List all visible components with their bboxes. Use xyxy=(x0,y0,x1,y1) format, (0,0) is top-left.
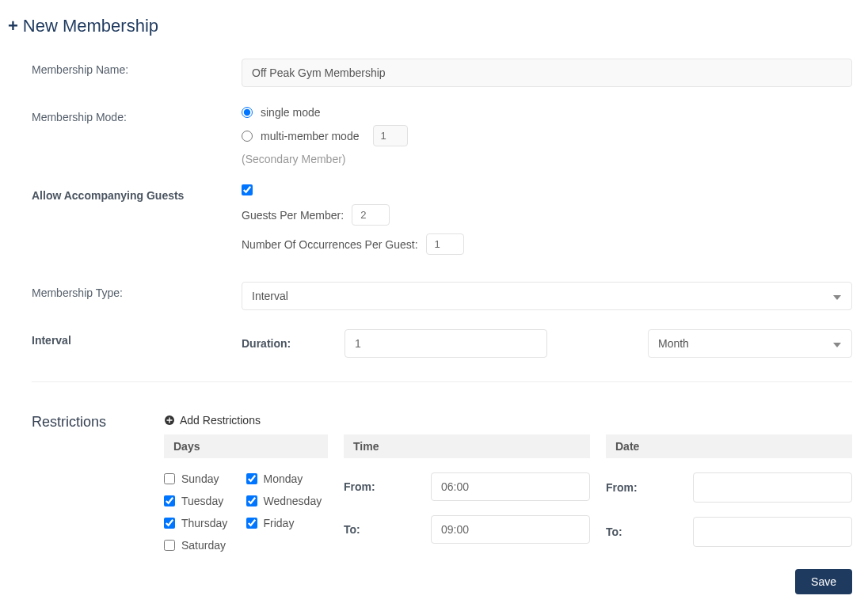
row-allow-guests: Allow Accompanying Guests Guests Per Mem… xyxy=(32,184,852,263)
day-thursday-checkbox[interactable] xyxy=(164,518,175,529)
day-saturday[interactable]: Saturday xyxy=(164,539,246,552)
label-duration: Duration: xyxy=(242,337,345,350)
time-column: Time From: To: xyxy=(344,434,590,561)
radio-multi-mode-label: multi-member mode xyxy=(261,130,359,142)
day-friday[interactable]: Friday xyxy=(246,517,329,529)
occurrences-per-guest-input[interactable] xyxy=(426,233,464,255)
days-column: Days Sunday Monday Tuesday xyxy=(164,434,328,561)
radio-single-mode[interactable] xyxy=(242,107,253,118)
radio-multi-mode[interactable] xyxy=(242,131,253,142)
day-saturday-label: Saturday xyxy=(181,539,226,552)
guests-per-member-input[interactable] xyxy=(352,204,390,226)
day-thursday-label: Thursday xyxy=(181,517,227,529)
date-from-label: From: xyxy=(606,481,693,494)
row-interval: Interval Duration: Month xyxy=(32,329,852,358)
duration-input[interactable] xyxy=(345,329,547,358)
day-tuesday[interactable]: Tuesday xyxy=(164,495,246,507)
label-interval: Interval xyxy=(32,329,242,347)
add-restrictions-button[interactable]: Add Restrictions xyxy=(164,414,852,427)
page-title-text: New Membership xyxy=(23,16,158,36)
time-header: Time xyxy=(344,434,590,458)
day-wednesday-checkbox[interactable] xyxy=(246,495,257,506)
plus-icon: + xyxy=(8,16,18,36)
label-membership-mode: Membership Mode: xyxy=(32,106,242,123)
day-sunday[interactable]: Sunday xyxy=(164,472,246,485)
label-allow-guests: Allow Accompanying Guests xyxy=(32,184,242,202)
day-friday-label: Friday xyxy=(264,517,295,529)
date-from-input[interactable] xyxy=(693,472,852,503)
restrictions-title: Restrictions xyxy=(32,414,164,431)
day-monday[interactable]: Monday xyxy=(246,472,329,485)
day-tuesday-checkbox[interactable] xyxy=(164,495,175,506)
time-to-input[interactable] xyxy=(431,515,590,544)
day-tuesday-label: Tuesday xyxy=(181,495,223,507)
multi-mode-count-input xyxy=(373,125,408,146)
row-membership-name: Membership Name: xyxy=(32,59,852,87)
label-membership-type: Membership Type: xyxy=(32,282,242,299)
day-thursday[interactable]: Thursday xyxy=(164,517,246,529)
day-monday-checkbox[interactable] xyxy=(246,473,257,484)
day-monday-label: Monday xyxy=(264,472,303,485)
day-wednesday[interactable]: Wednesday xyxy=(246,495,329,507)
row-membership-mode: Membership Mode: single mode multi-membe… xyxy=(32,106,852,165)
page-title: + New Membership xyxy=(8,16,860,36)
label-membership-name: Membership Name: xyxy=(32,59,242,76)
add-restrictions-label: Add Restrictions xyxy=(180,414,261,427)
date-column: Date From: To: xyxy=(606,434,852,561)
radio-single-mode-label: single mode xyxy=(261,106,321,119)
divider xyxy=(32,381,852,382)
membership-name-input[interactable] xyxy=(242,59,852,87)
time-from-label: From: xyxy=(344,480,431,493)
day-saturday-checkbox[interactable] xyxy=(164,540,175,551)
date-to-input[interactable] xyxy=(693,517,852,547)
guests-per-member-label: Guests Per Member: xyxy=(242,209,344,222)
date-to-label: To: xyxy=(606,525,693,538)
interval-unit-select[interactable]: Month xyxy=(648,329,852,358)
occurrences-per-guest-label: Number Of Occurrences Per Guest: xyxy=(242,238,418,251)
row-membership-type: Membership Type: Interval xyxy=(32,282,852,310)
date-header: Date xyxy=(606,434,852,458)
day-sunday-label: Sunday xyxy=(181,472,219,485)
time-to-label: To: xyxy=(344,523,431,536)
time-from-input[interactable] xyxy=(431,472,590,501)
day-sunday-checkbox[interactable] xyxy=(164,473,175,484)
membership-type-select[interactable]: Interval xyxy=(242,282,852,310)
restrictions-section: Restrictions Add Restrictions Days Sunda… xyxy=(32,414,852,561)
day-friday-checkbox[interactable] xyxy=(246,518,257,529)
day-wednesday-label: Wednesday xyxy=(264,495,322,507)
days-header: Days xyxy=(164,434,328,458)
allow-guests-checkbox[interactable] xyxy=(242,184,253,195)
save-button[interactable]: Save xyxy=(795,569,852,594)
secondary-member-hint: (Secondary Member) xyxy=(242,153,852,165)
circle-plus-icon xyxy=(164,415,175,426)
